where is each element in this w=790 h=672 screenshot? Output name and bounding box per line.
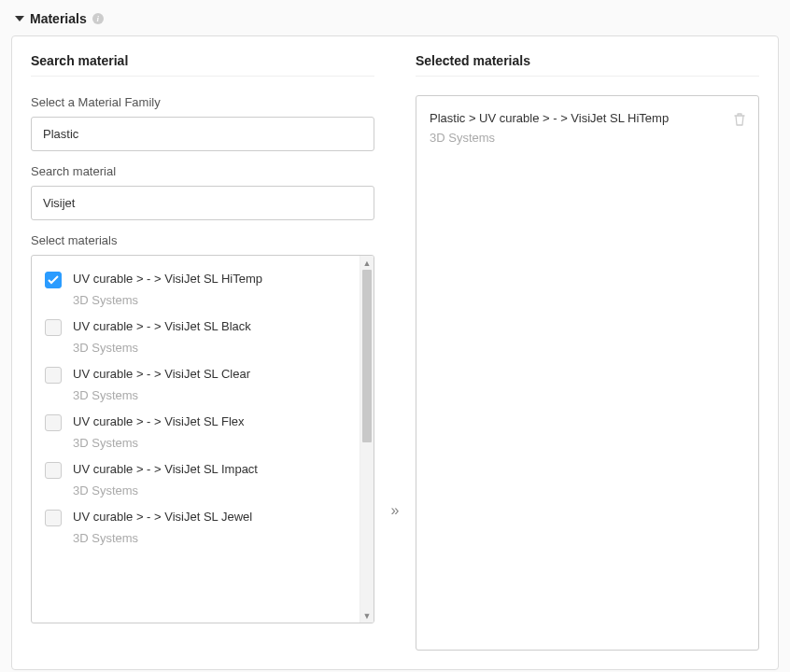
list-item[interactable]: UV curable > - > VisiJet SL Clear3D Syst… xyxy=(32,357,360,404)
selected-item: Plastic > UV curable > - > VisiJet SL Hi… xyxy=(416,104,758,148)
list-item[interactable]: UV curable > - > VisiJet SL HiTemp3D Sys… xyxy=(32,261,360,309)
material-vendor: 3D Systems xyxy=(73,341,251,355)
search-label: Search material xyxy=(31,164,374,178)
selected-column: Selected materials Plastic > UV curable … xyxy=(416,53,759,651)
family-label: Select a Material Family xyxy=(31,95,374,109)
select-materials-label: Select materials xyxy=(31,233,374,247)
info-icon[interactable]: i xyxy=(92,13,104,24)
scroll-thumb[interactable] xyxy=(362,270,372,442)
selected-material-name: Plastic > UV curable > - > VisiJet SL Hi… xyxy=(430,111,669,125)
list-item-text: UV curable > - > VisiJet SL Flex3D Syste… xyxy=(73,413,245,450)
material-vendor: 3D Systems xyxy=(73,483,258,497)
material-name: UV curable > - > VisiJet SL Impact xyxy=(73,461,258,478)
list-item[interactable]: UV curable > - > VisiJet SL Impact3D Sys… xyxy=(32,452,360,499)
scroll-up-icon[interactable]: ▲ xyxy=(360,256,374,270)
checkbox[interactable] xyxy=(45,414,62,431)
material-name: UV curable > - > VisiJet SL Black xyxy=(73,318,251,335)
search-column: Search material Select a Material Family… xyxy=(31,53,374,651)
checkbox[interactable] xyxy=(45,367,62,384)
list-item-text: UV curable > - > VisiJet SL HiTemp3D Sys… xyxy=(73,271,262,307)
material-vendor: 3D Systems xyxy=(73,531,252,545)
search-input[interactable] xyxy=(31,186,374,220)
selected-listbox: Plastic > UV curable > - > VisiJet SL Hi… xyxy=(416,95,759,651)
list-item-text: UV curable > - > VisiJet SL Black3D Syst… xyxy=(73,318,251,355)
search-title: Search material xyxy=(31,53,374,77)
checkbox[interactable] xyxy=(45,462,62,479)
material-vendor: 3D Systems xyxy=(73,293,262,307)
list-item-text: UV curable > - > VisiJet SL Jewel3D Syst… xyxy=(73,509,252,545)
trash-icon[interactable] xyxy=(734,113,745,129)
checkbox[interactable] xyxy=(45,510,62,526)
material-name: UV curable > - > VisiJet SL Flex xyxy=(73,413,245,430)
list-item-text: UV curable > - > VisiJet SL Clear3D Syst… xyxy=(73,366,250,402)
list-item[interactable]: UV curable > - > VisiJet SL Flex3D Syste… xyxy=(32,404,360,452)
material-vendor: 3D Systems xyxy=(73,388,250,402)
section-title: Materials xyxy=(30,11,87,26)
caret-down-icon xyxy=(15,16,24,21)
selected-title: Selected materials xyxy=(416,53,759,77)
scroll-down-icon[interactable]: ▼ xyxy=(360,609,374,623)
material-name: UV curable > - > VisiJet SL Jewel xyxy=(73,509,252,525)
checkbox[interactable] xyxy=(45,319,62,336)
family-select[interactable] xyxy=(31,117,374,151)
scrollbar[interactable]: ▲ ▼ xyxy=(360,256,374,623)
materials-listbox: UV curable > - > VisiJet SL HiTemp3D Sys… xyxy=(31,255,374,623)
materials-panel: Search material Select a Material Family… xyxy=(11,35,779,670)
selected-material-vendor: 3D Systems xyxy=(430,131,669,145)
list-item[interactable]: UV curable > - > VisiJet SL Black3D Syst… xyxy=(32,309,360,357)
material-name: UV curable > - > VisiJet SL HiTemp xyxy=(73,271,262,287)
transfer-arrow-icon: » xyxy=(386,53,404,651)
list-item-text: UV curable > - > VisiJet SL Impact3D Sys… xyxy=(73,461,258,497)
material-vendor: 3D Systems xyxy=(73,436,245,450)
checkbox[interactable] xyxy=(45,272,62,288)
list-item[interactable]: UV curable > - > VisiJet SL Jewel3D Syst… xyxy=(32,499,360,547)
section-header[interactable]: Materials i xyxy=(0,0,790,35)
material-name: UV curable > - > VisiJet SL Clear xyxy=(73,366,250,383)
